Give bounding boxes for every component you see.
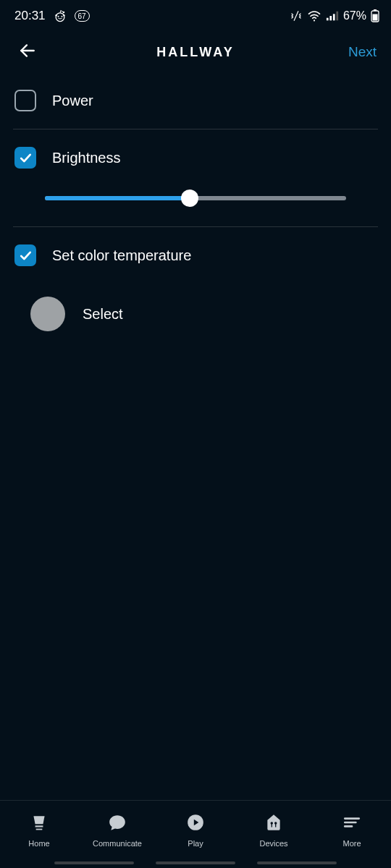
- home-icon: [30, 813, 49, 835]
- nav-more[interactable]: More: [313, 801, 391, 859]
- nav-play-label: Play: [188, 839, 203, 848]
- svg-point-4: [55, 14, 57, 17]
- svg-point-6: [314, 20, 315, 21]
- status-bar: 20:31 67 67%: [0, 0, 391, 32]
- brightness-slider[interactable]: [45, 190, 346, 206]
- check-icon: [18, 248, 33, 263]
- color-select-row[interactable]: Select: [13, 284, 378, 331]
- svg-point-5: [63, 14, 65, 17]
- svg-rect-12: [374, 9, 377, 11]
- svg-point-1: [57, 16, 59, 17]
- nav-devices[interactable]: Devices: [235, 801, 313, 859]
- arrow-left-icon: [18, 41, 37, 63]
- wifi-icon: [307, 10, 321, 22]
- svg-rect-20: [272, 823, 272, 827]
- svg-rect-14: [35, 825, 43, 827]
- color-temperature-row[interactable]: Set color temperature: [13, 227, 378, 284]
- settings-list: Power Brightness: [0, 72, 391, 800]
- vibrate-icon: [290, 9, 303, 22]
- svg-rect-15: [36, 828, 43, 830]
- svg-rect-8: [329, 16, 332, 20]
- svg-point-0: [56, 13, 64, 22]
- notification-count-badge: 67: [75, 10, 90, 22]
- svg-rect-13: [373, 14, 378, 21]
- slider-fill: [45, 196, 190, 200]
- nav-communicate-label: Communicate: [93, 839, 142, 848]
- slider-thumb[interactable]: [181, 190, 198, 207]
- nav-home-label: Home: [28, 839, 49, 848]
- page-header: HALLWAY Next: [0, 32, 391, 72]
- brightness-checkbox[interactable]: [14, 147, 36, 169]
- svg-rect-7: [327, 18, 329, 21]
- svg-point-2: [61, 16, 62, 17]
- menu-icon: [342, 813, 361, 835]
- nav-communicate[interactable]: Communicate: [78, 801, 156, 859]
- svg-rect-9: [333, 14, 335, 20]
- nav-more-label: More: [342, 839, 361, 848]
- color-swatch[interactable]: [30, 297, 65, 331]
- check-icon: [18, 150, 33, 165]
- svg-rect-10: [336, 12, 338, 21]
- devices-icon: [264, 813, 283, 835]
- nav-play[interactable]: Play: [156, 801, 235, 859]
- battery-percentage: 67%: [343, 9, 366, 22]
- reddit-icon: [53, 9, 67, 23]
- nav-devices-label: Devices: [259, 839, 287, 848]
- gesture-bar: [0, 859, 391, 868]
- power-label: Power: [52, 93, 93, 109]
- svg-rect-21: [275, 823, 276, 827]
- color-temperature-checkbox[interactable]: [14, 244, 36, 266]
- bottom-navigation: Home Communicate Play Devices More: [0, 800, 391, 859]
- status-time: 20:31: [14, 9, 46, 23]
- brightness-label: Brightness: [52, 150, 121, 166]
- battery-icon: [371, 9, 379, 22]
- signal-icon: [326, 10, 339, 22]
- power-row[interactable]: Power: [13, 72, 378, 129]
- color-temperature-label: Set color temperature: [52, 247, 191, 264]
- next-button[interactable]: Next: [348, 44, 377, 60]
- color-select-label: Select: [83, 306, 123, 323]
- brightness-row[interactable]: Brightness: [13, 129, 378, 186]
- power-checkbox[interactable]: [14, 90, 36, 111]
- play-icon: [186, 813, 205, 835]
- page-title: HALLWAY: [0, 45, 391, 60]
- chat-bubble-icon: [108, 813, 127, 835]
- nav-home[interactable]: Home: [0, 801, 78, 859]
- back-button[interactable]: [14, 39, 41, 65]
